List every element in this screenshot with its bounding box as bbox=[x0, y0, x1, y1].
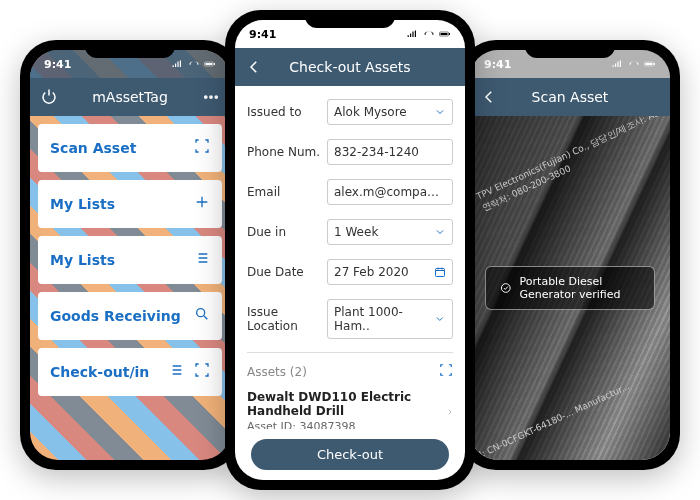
chevron-down-icon bbox=[434, 106, 446, 118]
menu-item-label: My Lists bbox=[50, 196, 115, 212]
menu-item-label: My Lists bbox=[50, 252, 115, 268]
search-icon bbox=[194, 306, 210, 326]
asset-name: Dewalt DWD110 Electric Handheld Drill bbox=[247, 390, 446, 418]
plus-icon bbox=[194, 194, 210, 214]
navbar: Check-out Assets bbox=[235, 48, 465, 86]
back-icon[interactable] bbox=[245, 58, 263, 76]
chevron-right-icon bbox=[446, 407, 453, 417]
asset-row[interactable]: Dewalt DWD110 Electric Handheld Drill As… bbox=[247, 384, 453, 429]
svg-rect-2 bbox=[214, 63, 215, 65]
calendar-icon bbox=[434, 266, 446, 278]
menu-item-my-lists-add[interactable]: My Lists bbox=[38, 180, 222, 228]
back-icon[interactable] bbox=[480, 88, 498, 106]
verification-text: Portable Diesel Generator verified bbox=[520, 275, 640, 301]
svg-point-6 bbox=[197, 309, 205, 317]
field-label: Phone Num. bbox=[247, 145, 327, 159]
navbar: Scan Asset bbox=[470, 78, 670, 116]
phone-input[interactable]: 832-234-1240 bbox=[327, 139, 453, 165]
list-icon bbox=[168, 362, 184, 382]
notch bbox=[305, 10, 395, 28]
power-icon[interactable] bbox=[40, 88, 58, 106]
assets-header: Assets (2) bbox=[247, 359, 453, 384]
location-select[interactable]: Plant 1000-Ham.. bbox=[327, 299, 453, 339]
svg-rect-9 bbox=[449, 33, 450, 35]
scan-icon bbox=[194, 362, 210, 382]
list-icon bbox=[194, 250, 210, 270]
svg-rect-10 bbox=[436, 269, 445, 277]
menu-item-scan-asset[interactable]: Scan Asset bbox=[38, 124, 222, 172]
check-circle-icon bbox=[500, 279, 512, 297]
field-label: Due Date bbox=[247, 265, 327, 279]
menu-item-my-lists-view[interactable]: My Lists bbox=[38, 236, 222, 284]
checkout-form: Issued to Alok Mysore Phone Num. 832-234… bbox=[235, 86, 465, 429]
field-label: Due in bbox=[247, 225, 327, 239]
camera-view[interactable]: TPV Electronics(Fujian) Co., 담당인/제조사: AS… bbox=[470, 116, 670, 460]
field-label: Email bbox=[247, 185, 327, 199]
due-date-picker[interactable]: 27 Feb 2020 bbox=[327, 259, 453, 285]
status-icons bbox=[172, 59, 216, 69]
svg-rect-1 bbox=[206, 63, 213, 65]
menu-item-label: Goods Receiving bbox=[50, 308, 181, 324]
menu-item-label: Scan Asset bbox=[50, 140, 136, 156]
field-label: Issue Location bbox=[247, 305, 327, 333]
notch bbox=[85, 40, 175, 58]
svg-point-14 bbox=[501, 284, 510, 293]
navbar: mAssetTag bbox=[30, 78, 230, 116]
phone-checkout: 9:41 Check-out Assets Issued to Alok Mys… bbox=[225, 10, 475, 490]
svg-rect-12 bbox=[646, 63, 653, 65]
home-menu: Scan Asset My Lists My Lists Goods Recei… bbox=[30, 116, 230, 460]
menu-item-checkout-in[interactable]: Check-out/in bbox=[38, 348, 222, 396]
due-in-select[interactable]: 1 Week bbox=[327, 219, 453, 245]
menu-icon[interactable] bbox=[202, 88, 220, 106]
svg-rect-13 bbox=[654, 63, 655, 65]
menu-item-label: Check-out/in bbox=[50, 364, 149, 380]
phone-scan: 9:41 Scan Asset TPV Electronics(Fujian) … bbox=[460, 40, 680, 470]
svg-rect-8 bbox=[441, 33, 448, 35]
email-input[interactable]: alex.m@company... bbox=[327, 179, 453, 205]
svg-point-5 bbox=[215, 96, 217, 98]
status-icons bbox=[612, 59, 656, 69]
chevron-down-icon bbox=[434, 226, 446, 238]
navbar-title: mAssetTag bbox=[92, 89, 168, 105]
chevron-down-icon bbox=[434, 313, 446, 325]
checkout-button[interactable]: Check-out bbox=[251, 439, 449, 470]
menu-item-goods-receiving[interactable]: Goods Receiving bbox=[38, 292, 222, 340]
phone-home: 9:41 mAssetTag Scan Asset My Lists My Li… bbox=[20, 40, 240, 470]
scan-icon[interactable] bbox=[439, 363, 453, 380]
svg-point-4 bbox=[210, 96, 212, 98]
divider bbox=[247, 352, 453, 353]
status-time: 9:41 bbox=[44, 58, 71, 71]
navbar-title: Scan Asset bbox=[532, 89, 609, 105]
navbar-title: Check-out Assets bbox=[289, 59, 410, 75]
field-label: Issued to bbox=[247, 105, 327, 119]
notch bbox=[525, 40, 615, 58]
scan-icon bbox=[194, 138, 210, 158]
assets-count: Assets (2) bbox=[247, 365, 307, 379]
status-time: 9:41 bbox=[484, 58, 511, 71]
issued-to-select[interactable]: Alok Mysore bbox=[327, 99, 453, 125]
svg-point-3 bbox=[205, 96, 207, 98]
status-icons bbox=[407, 29, 451, 39]
status-time: 9:41 bbox=[249, 28, 276, 41]
asset-id: Asset ID: 34087398 bbox=[247, 420, 446, 429]
verification-badge: Portable Diesel Generator verified bbox=[485, 266, 655, 310]
